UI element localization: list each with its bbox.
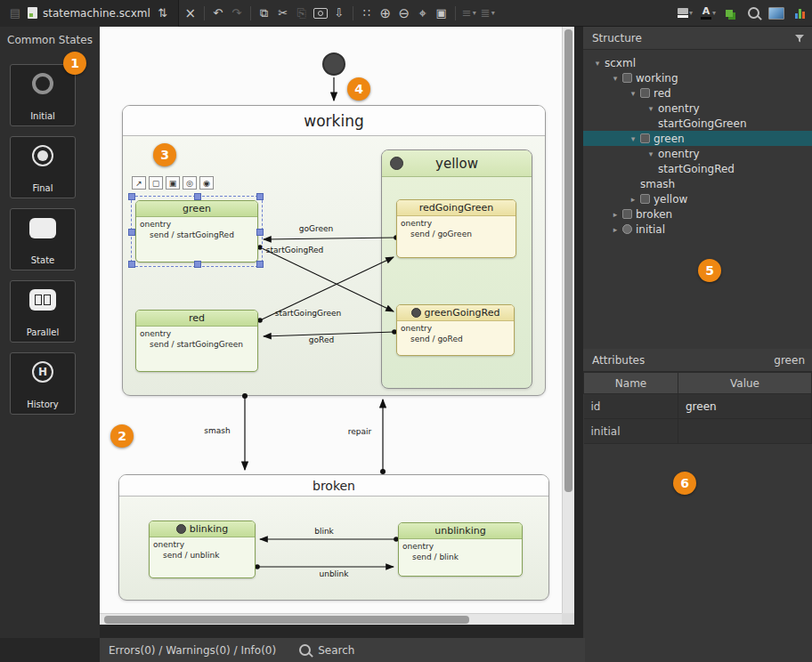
search-icon[interactable] <box>746 4 760 23</box>
transition-label-startGoingGreen[interactable]: startGoingGreen <box>275 309 342 318</box>
resize-handle[interactable] <box>256 261 264 268</box>
tree-item-initial[interactable]: ▸ initial <box>583 222 812 237</box>
tree-item-label: scxml <box>605 57 636 69</box>
transition-label-smash[interactable]: smash <box>204 426 230 435</box>
tree-item-yellow[interactable]: ▸ yellow <box>583 191 812 206</box>
tree-item-scxml[interactable]: ▾ scxml <box>583 55 812 70</box>
tree-item-startGoingGreen[interactable]: startGoingGreen <box>583 116 812 131</box>
filter-icon[interactable] <box>794 33 805 44</box>
initial-state-node[interactable] <box>322 52 345 76</box>
issues-summary[interactable]: Errors(0) / Warnings(0) / Info(0) <box>109 644 276 657</box>
tree-item-green[interactable]: ▾ green <box>583 131 812 146</box>
zoom-out-icon[interactable]: ⊖ <box>397 4 411 23</box>
selection-rect <box>131 196 263 267</box>
state-blinking[interactable]: blinking onentry send / unblink <box>149 521 256 578</box>
tree-item-onentry[interactable]: ▾ onentry <box>583 146 812 161</box>
state-chart-canvas[interactable]: working yellow broken green onentry send… <box>100 27 574 625</box>
attr-value-cell[interactable] <box>678 419 812 444</box>
transition-label-repair[interactable]: repair <box>348 427 371 436</box>
expand-arrow-icon[interactable]: ▾ <box>644 104 658 113</box>
attr-col-value[interactable]: Value <box>678 373 812 394</box>
zoom-in-icon[interactable]: ⊕ <box>378 4 393 23</box>
align-states-icon[interactable]: ≡▾ <box>462 4 476 23</box>
vertical-scrollbar-thumb[interactable] <box>564 29 572 492</box>
expand-arrow-icon[interactable]: ▾ <box>590 59 605 68</box>
tool-final-button[interactable]: ◎ <box>183 176 197 190</box>
state-greenGoingRed[interactable]: greenGoingRed onentry send / goRed <box>396 304 515 356</box>
state-working-header[interactable]: working <box>123 106 545 136</box>
vertical-scrollbar[interactable] <box>562 27 574 613</box>
panel-toggle-icon[interactable]: ▤ <box>8 4 22 23</box>
expand-arrow-icon[interactable]: ▸ <box>608 210 622 219</box>
expand-arrow-icon[interactable]: ▾ <box>608 74 622 83</box>
copy-icon[interactable]: ⧉ <box>257 4 272 23</box>
transition-label-blink[interactable]: blink <box>314 527 334 536</box>
attr-col-name[interactable]: Name <box>584 373 678 394</box>
tree-item-smash[interactable]: smash <box>583 176 812 191</box>
adjust-states-icon[interactable]: ≣▾ <box>481 4 495 23</box>
state-redGoingGreen[interactable]: redGoingGreen onentry send / goGreen <box>396 199 516 258</box>
tool-state-button[interactable]: ▢ <box>149 176 163 190</box>
undo-icon[interactable]: ↶ <box>211 4 225 23</box>
statistics-icon[interactable] <box>792 4 807 23</box>
attributes-table: Name Value id green initial <box>583 372 812 444</box>
screenshot-icon[interactable] <box>313 4 328 23</box>
tree-item-onentry[interactable]: ▾ onentry <box>583 101 812 116</box>
state-title: greenGoingRed <box>397 305 514 321</box>
font-color-icon[interactable]: A ▾ <box>701 4 716 23</box>
tree-item-broken[interactable]: ▸ broken <box>583 206 812 222</box>
close-document-icon[interactable]: × <box>183 4 198 23</box>
transition-label-goGreen[interactable]: goGreen <box>299 224 333 233</box>
tool-initial-button[interactable]: ◉ <box>199 176 214 190</box>
expand-arrow-icon[interactable]: ▸ <box>626 195 640 204</box>
resize-handle[interactable] <box>194 261 201 268</box>
palette-item-parallel[interactable]: Parallel <box>10 280 76 343</box>
expand-arrow-icon[interactable]: ▸ <box>608 225 622 234</box>
tool-substate-button[interactable]: ▣ <box>166 176 180 190</box>
image-view-icon[interactable] <box>768 4 784 23</box>
export-canvas-icon[interactable]: ⇩ <box>332 4 346 23</box>
fit-to-screen-icon[interactable]: ⌖ <box>416 4 430 23</box>
expand-arrow-icon[interactable]: ▾ <box>626 89 640 98</box>
document-switcher-icon[interactable]: ⇅ <box>156 4 170 23</box>
tree-item-startGoingRed[interactable]: startGoingRed <box>583 161 812 176</box>
palette-item-history[interactable]: H History <box>10 352 76 415</box>
transition-label-startGoingRed[interactable]: startGoingRed <box>266 246 323 254</box>
palette-item-initial[interactable]: Initial <box>10 64 76 126</box>
resize-handle[interactable] <box>128 229 135 236</box>
horizontal-scrollbar[interactable] <box>100 613 562 625</box>
attributes-context: green <box>774 354 805 367</box>
cut-icon[interactable]: ✂ <box>276 4 290 23</box>
palette-item-state[interactable]: State <box>10 208 76 270</box>
expand-arrow-icon[interactable]: ▾ <box>626 134 640 143</box>
expand-arrow-icon[interactable]: ▾ <box>644 149 658 158</box>
tree-item-working[interactable]: ▾ working <box>583 70 812 85</box>
resize-handle[interactable] <box>256 229 264 236</box>
color-theme-icon[interactable] <box>724 4 738 23</box>
resize-handle[interactable] <box>128 261 135 268</box>
state-broken-header[interactable]: broken <box>119 475 548 496</box>
redo-icon[interactable]: ↷ <box>230 4 244 23</box>
pan-view-icon[interactable]: ▣ <box>434 4 449 23</box>
tool-transition-button[interactable]: ↗ <box>132 176 146 190</box>
attr-value-cell[interactable]: green <box>678 394 812 419</box>
palette-item-final[interactable]: Final <box>10 136 76 198</box>
initial-state-icon <box>32 73 53 94</box>
adjust-grid-icon[interactable]: ∷ <box>360 4 374 23</box>
paste-icon[interactable]: ⎘ <box>295 4 309 23</box>
tree-item-red[interactable]: ▾ red <box>583 85 812 101</box>
resize-handle[interactable] <box>194 193 201 200</box>
chevron-down-icon: ▾ <box>689 9 693 17</box>
state-unblinking[interactable]: unblinking onentry send / blink <box>398 522 523 577</box>
resize-handle[interactable] <box>128 193 135 200</box>
fill-color-icon[interactable]: ▾ <box>678 4 693 23</box>
transition-label-unblink[interactable]: unblink <box>319 569 348 578</box>
resize-handle[interactable] <box>256 193 264 200</box>
state-yellow-header[interactable]: yellow <box>382 150 532 177</box>
common-states-title: Common States <box>0 27 100 46</box>
transition-label-goRed[interactable]: goRed <box>309 335 334 344</box>
search-control[interactable]: Search <box>299 644 354 657</box>
state-red[interactable]: red onentry send / startGoingGreen <box>135 310 258 372</box>
document-tab[interactable]: ▤ statemachine.scxml ⇅ <box>0 0 179 27</box>
horizontal-scrollbar-thumb[interactable] <box>104 616 469 624</box>
